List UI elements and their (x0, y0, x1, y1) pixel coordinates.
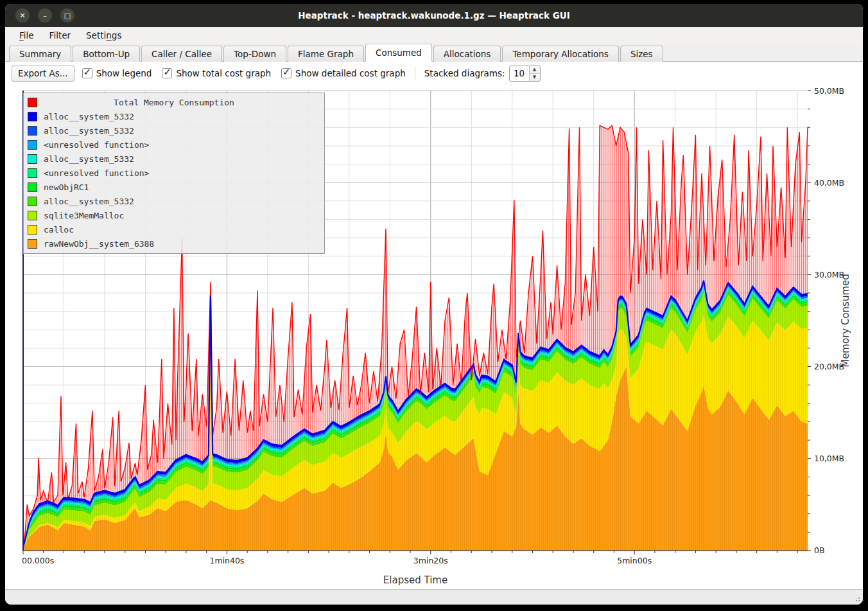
checkmark-icon: ✓ (163, 66, 171, 78)
menu-file[interactable]: File (13, 29, 40, 42)
checkbox-box: ✓ (281, 68, 291, 78)
legend-swatch-icon (28, 112, 37, 121)
tab-consumed[interactable]: Consumed (365, 44, 432, 62)
y-tick-label: 0B (814, 545, 825, 555)
legend-item: Total Memory Consumption (24, 95, 324, 109)
legend-label: <unresolved function> (44, 140, 149, 150)
legend-item: sqlite3MemMalloc (24, 208, 324, 222)
menu-settings[interactable]: Settings (80, 29, 128, 42)
checkbox-box: ✓ (162, 68, 172, 78)
legend-label: Total Memory Consumption (24, 98, 324, 107)
legend-item: calloc (24, 222, 324, 236)
tab-caller-callee[interactable]: Caller / Callee (141, 46, 222, 62)
show-legend-checkbox[interactable]: ✓Show legend (82, 68, 152, 78)
legend-item: alloc__system_5332 (24, 152, 324, 166)
tab-temporary-allocations[interactable]: Temporary Allocations (502, 46, 618, 62)
legend-label: alloc__system_5332 (44, 154, 134, 164)
checkbox-label: Show detailed cost graph (295, 68, 406, 78)
legend-item: alloc__system_5332 (24, 194, 324, 208)
stacked-diagrams-spinbox[interactable]: 10 ▲ ▼ (509, 66, 541, 82)
tab-sizes[interactable]: Sizes (620, 46, 663, 62)
spin-up-button[interactable]: ▲ (530, 66, 540, 74)
show-total-cost-graph-checkbox[interactable]: ✓Show total cost graph (162, 68, 271, 78)
legend-item: alloc__system_5332 (24, 123, 324, 137)
legend-swatch-icon (28, 211, 37, 220)
y-tick-label: 50,0MB (814, 86, 844, 96)
tab-allocations[interactable]: Allocations (433, 46, 501, 62)
minimize-button[interactable]: – (38, 8, 52, 22)
legend-label: newObjRC1 (44, 182, 89, 192)
screen-background: ✕–□ Heaptrack - heaptrack.wakunode.1.gz … (0, 0, 868, 611)
checkbox-box: ✓ (82, 68, 92, 78)
export-as-button[interactable]: Export As... (12, 66, 74, 82)
tab-summary[interactable]: Summary (9, 46, 71, 62)
legend-swatch-icon (28, 225, 37, 235)
legend-swatch-icon (28, 168, 37, 178)
legend-swatch-icon (28, 140, 37, 150)
toolbar-separator (415, 66, 415, 80)
menubar: FileFilterSettings (5, 27, 863, 44)
spin-buttons: ▲ ▼ (529, 66, 540, 81)
x-tick-label: 5min00s (617, 556, 652, 565)
tab-bar: SummaryBottom-UpCaller / CalleeTop-DownF… (5, 44, 863, 62)
toolbar: Export As... ✓Show legend✓Show total cos… (5, 62, 863, 85)
spin-down-button[interactable]: ▼ (530, 74, 540, 81)
legend-item: alloc__system_5332 (24, 109, 324, 123)
legend-item: <unresolved function> (24, 166, 324, 180)
legend-swatch-icon (28, 182, 37, 192)
maximize-button[interactable]: □ (60, 8, 74, 22)
checkbox-label: Show total cost graph (176, 68, 271, 78)
tab-bottom-up[interactable]: Bottom-Up (73, 46, 140, 62)
x-tick-label: 00.000s (22, 556, 54, 565)
y-tick-label: 10,0MB (814, 454, 844, 463)
checkmark-icon: ✓ (83, 66, 92, 78)
stacked-diagrams-label: Stacked diagrams: (424, 68, 505, 78)
y-axis-title: Memory Consumed (840, 272, 853, 369)
checkbox-group: ✓Show legend✓Show total cost graph✓Show … (82, 68, 406, 78)
stacked-diagrams-value: 10 (510, 66, 529, 81)
y-tick-label: 40,0MB (814, 178, 844, 188)
legend-swatch-icon (28, 239, 37, 249)
x-axis-title: Elapsed Time (5, 574, 826, 586)
heaptrack-window: ✕–□ Heaptrack - heaptrack.wakunode.1.gz … (5, 4, 863, 605)
legend-item: <unresolved function> (24, 137, 324, 152)
resize-grip[interactable] (853, 594, 861, 603)
legend-label: calloc (44, 225, 74, 235)
legend-item: rawNewObj__system_6388 (24, 236, 324, 251)
legend-label: <unresolved function> (44, 168, 149, 178)
checkbox-label: Show legend (96, 68, 152, 78)
legend-swatch-icon (28, 126, 37, 136)
legend-label: alloc__system_5332 (44, 197, 134, 206)
chart-legend: Total Memory Consumptionalloc__system_53… (23, 93, 325, 254)
legend-swatch-icon (28, 197, 37, 206)
tab-top-down[interactable]: Top-Down (223, 46, 286, 62)
legend-label: alloc__system_5332 (44, 112, 134, 121)
menu-filter[interactable]: Filter (43, 29, 77, 42)
window-title: Heaptrack - heaptrack.wakunode.1.gz — He… (5, 10, 863, 21)
tab-flame-graph[interactable]: Flame Graph (288, 46, 364, 62)
close-button[interactable]: ✕ (15, 8, 30, 22)
x-tick-label: 3min20s (413, 556, 448, 565)
legend-label: rawNewObj__system_6388 (44, 239, 154, 249)
legend-label: sqlite3MemMalloc (44, 211, 124, 220)
titlebar: ✕–□ Heaptrack - heaptrack.wakunode.1.gz … (5, 4, 863, 27)
memory-consumption-chart: 00.000s1min40s3min20s5min00s0B10,0MB20,0… (5, 85, 863, 589)
status-bar (5, 589, 863, 605)
legend-swatch-icon (28, 154, 37, 164)
window-controls: ✕–□ (15, 8, 74, 22)
show-detailed-cost-graph-checkbox[interactable]: ✓Show detailed cost graph (281, 68, 406, 78)
checkmark-icon: ✓ (282, 66, 291, 78)
legend-item: newObjRC1 (24, 180, 324, 194)
legend-label: alloc__system_5332 (44, 126, 134, 136)
x-tick-label: 1min40s (209, 556, 244, 565)
